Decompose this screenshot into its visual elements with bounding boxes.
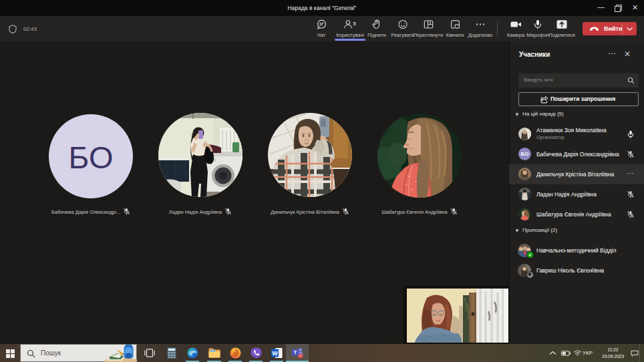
svg-text:W: W [272,350,278,357]
svg-text:5: 5 [353,21,356,27]
svg-text:T: T [293,349,297,355]
